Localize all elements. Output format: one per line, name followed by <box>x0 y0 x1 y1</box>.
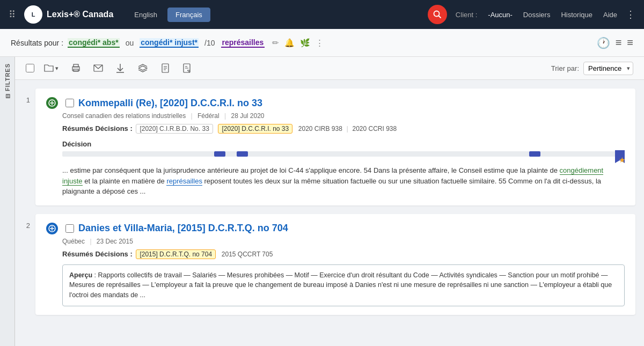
result-number-2: 2 <box>19 214 30 230</box>
query-slash: /10 <box>204 39 215 47</box>
nav-bar: Client : -Aucun- Dossiers Historique Aid… <box>456 11 617 19</box>
results-toolbar: ▾ Trier par: <box>15 57 644 80</box>
citation-2a[interactable]: [2015] D.C.R.T.Q. no 704 <box>136 249 216 259</box>
highlight-represailles: représailles <box>166 177 202 186</box>
document-button[interactable] <box>158 61 173 75</box>
list-view-icon[interactable]: ≡ <box>616 36 622 49</box>
client-label: Client : <box>456 11 477 19</box>
sort-select[interactable]: Pertinence Date Titre <box>583 62 633 75</box>
bar-segment-1 <box>214 151 225 157</box>
treatment-icon-2 <box>48 225 56 232</box>
result-title-2[interactable]: Danies et Villa-Maria, [2015] D.C.R.T.Q.… <box>78 223 288 234</box>
sort-wrapper: Pertinence Date Titre <box>583 62 633 75</box>
citation-1c: 2020 CIRB 938 <box>298 125 342 132</box>
result-summaries-2: Résumés Décisions : [2015] D.C.R.T.Q. no… <box>62 249 625 259</box>
more-menu-icon[interactable]: ⋮ <box>626 9 635 20</box>
english-button[interactable]: English <box>126 8 165 22</box>
result-checkbox-2[interactable] <box>65 224 74 233</box>
more-icon[interactable]: ⋮ <box>316 38 324 48</box>
preview-label-2: Aperçu <box>69 271 92 279</box>
result-checkbox-1[interactable] <box>65 99 74 107</box>
table-row: 2 Danies et Villa-Maria, [2015] D.C.R.T.… <box>19 214 635 315</box>
nav-dossiers[interactable]: Dossiers <box>523 11 551 19</box>
citation-1d: 2020 CCRI 938 <box>353 125 397 132</box>
note-button[interactable] <box>179 61 194 75</box>
result-status-icon-1 <box>46 97 58 109</box>
nav-aide[interactable]: Aide <box>603 11 617 19</box>
bar-segment-2 <box>237 151 248 157</box>
main-layout: ⊟ FILTRES ▾ <box>0 57 644 346</box>
client-value[interactable]: -Aucun- <box>488 11 513 19</box>
highlight-congediement: congédiement injuste <box>62 166 603 186</box>
citation-1b[interactable]: [2020] D.C.C.R.I. no 33 <box>218 124 292 134</box>
note-icon <box>182 63 191 73</box>
result-court-2: Québec <box>62 238 85 245</box>
star-icon: ★ <box>619 156 626 164</box>
result-card-2: Danies et Villa-Maria, [2015] D.C.R.T.Q.… <box>35 214 635 315</box>
svg-line-1 <box>438 16 441 18</box>
select-all-checkbox[interactable] <box>26 64 34 72</box>
citation-1a[interactable]: [2020] C.I.R.B.D. No. 33 <box>136 124 213 134</box>
relevance-bar-1: ★ <box>62 151 625 157</box>
print-icon <box>71 64 80 72</box>
edit-icon[interactable]: ✏ <box>272 38 279 48</box>
decision-label-1: Décision <box>62 140 625 148</box>
result-meta-1: Conseil canadien des relations industrie… <box>62 112 625 120</box>
query-term-3: représailles <box>221 38 265 48</box>
query-actions: ✏ 🔔 🌿 ⋮ <box>272 38 324 48</box>
result-card-1: Kommepalli (Re), [2020] D.C.C.R.I. no 33… <box>35 89 635 205</box>
results-label: Résultats pour : <box>11 39 63 47</box>
result-excerpt-1: ... estime par conséquent que la jurispr… <box>62 165 625 197</box>
logo-area: L Lexis+® Canada <box>24 5 113 24</box>
citation-2b: 2015 QCCRT 705 <box>222 251 273 258</box>
summaries-label-2: Résumés Décisions : <box>62 250 133 258</box>
result-date-2: 23 Dec 2015 <box>97 238 133 245</box>
query-term-2: congédi* injust* <box>140 38 199 48</box>
download-button[interactable] <box>113 61 128 75</box>
download-icon <box>116 63 125 73</box>
filter-icon: ⊟ <box>4 93 11 99</box>
layers-icon <box>137 64 148 72</box>
french-button[interactable]: Français <box>167 8 210 22</box>
folder-icon <box>44 64 54 72</box>
share-icon[interactable]: 🌿 <box>300 38 310 48</box>
result-title-row-1: Kommepalli (Re), [2020] D.C.C.R.I. no 33 <box>46 97 625 109</box>
result-jurisdiction-1: Fédéral <box>197 112 219 120</box>
content-area: ▾ Trier par: <box>15 57 644 346</box>
preview-box-2: Aperçu : Rapports collectifs de travail … <box>62 264 625 306</box>
sidebar: ⊟ FILTRES <box>0 57 15 346</box>
result-court-1: Conseil canadien des relations industrie… <box>62 112 186 120</box>
result-title-1[interactable]: Kommepalli (Re), [2020] D.C.C.R.I. no 33 <box>78 98 262 109</box>
logo-text: Lexis+® Canada <box>47 10 113 19</box>
print-button[interactable] <box>68 62 84 75</box>
search-icon <box>433 10 442 19</box>
result-number-1: 1 <box>19 89 30 104</box>
bar-segment-3 <box>529 151 540 157</box>
compact-view-icon[interactable]: ≡ <box>627 36 633 49</box>
results-bar-right: 🕐 ≡ ≡ <box>597 36 633 49</box>
document-icon <box>161 63 170 73</box>
folder-button[interactable]: ▾ <box>41 62 62 75</box>
logo-icon: L <box>24 5 42 24</box>
sort-label: Trier par: <box>551 64 579 72</box>
query-conjunction: ou <box>126 39 134 47</box>
results-list: 1 Kommepalli (Re), [2020] D.C.C.R.I. no … <box>15 80 644 323</box>
layers-button[interactable] <box>134 62 151 75</box>
query-term-1: congédi* abs* <box>68 38 120 48</box>
result-date-1: 28 Jul 2020 <box>231 112 264 120</box>
email-icon <box>93 64 103 72</box>
treatment-icon <box>48 99 56 107</box>
summaries-label-1: Résumés Décisions : <box>62 124 133 132</box>
search-button[interactable] <box>428 5 447 24</box>
decision-section-1: Décision ★ <box>62 140 625 157</box>
results-bar: Résultats pour : congédi* abs* ou congéd… <box>0 29 644 57</box>
clock-icon[interactable]: 🕐 <box>597 36 610 49</box>
email-button[interactable] <box>90 62 106 74</box>
result-summaries-1: Résumés Décisions : [2020] C.I.R.B.D. No… <box>62 124 625 134</box>
result-status-icon-2 <box>46 223 58 234</box>
bell-icon[interactable]: 🔔 <box>284 38 295 48</box>
grid-icon[interactable]: ⠿ <box>9 9 16 20</box>
filters-sidebar[interactable]: ⊟ FILTRES <box>4 63 11 99</box>
nav-historique[interactable]: Historique <box>561 11 592 19</box>
result-title-row-2: Danies et Villa-Maria, [2015] D.C.R.T.Q.… <box>46 223 625 234</box>
